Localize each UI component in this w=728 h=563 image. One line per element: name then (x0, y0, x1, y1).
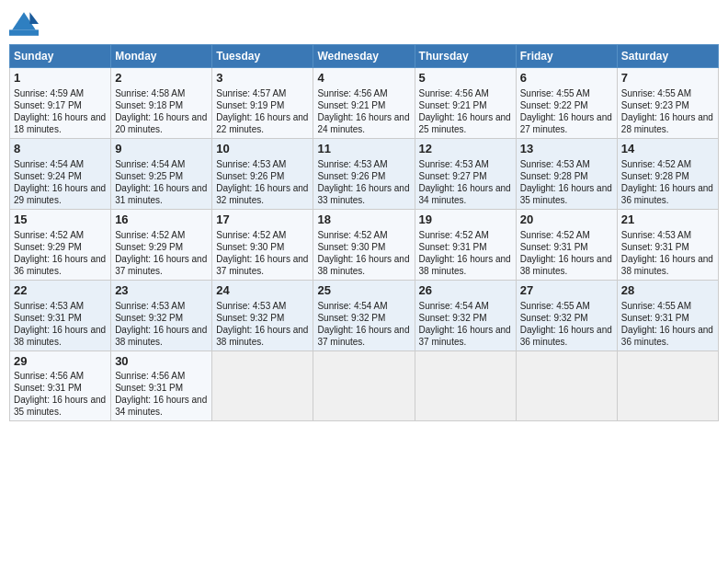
sunset-label: Sunset: 9:28 PM (520, 171, 588, 181)
sunset-label: Sunset: 9:17 PM (14, 100, 82, 110)
daylight-label: Daylight: 16 hours and 32 minutes. (216, 183, 308, 205)
day-number: 6 (520, 71, 613, 86)
sunrise-label: Sunrise: 4:56 AM (115, 371, 185, 381)
sunrise-label: Sunrise: 4:55 AM (520, 88, 590, 98)
daylight-label: Daylight: 16 hours and 27 minutes. (520, 112, 612, 134)
sunset-label: Sunset: 9:26 PM (216, 171, 284, 181)
daylight-label: Daylight: 16 hours and 29 minutes. (14, 183, 106, 205)
day-cell: 28Sunrise: 4:55 AMSunset: 9:31 PMDayligh… (617, 280, 718, 350)
daylight-label: Daylight: 16 hours and 38 minutes. (115, 325, 207, 347)
day-cell: 4Sunrise: 4:56 AMSunset: 9:21 PMDaylight… (313, 68, 415, 139)
sunset-label: Sunset: 9:31 PM (115, 383, 183, 393)
day-cell: 22Sunrise: 4:53 AMSunset: 9:31 PMDayligh… (10, 280, 111, 350)
header (9, 9, 719, 39)
day-cell: 10Sunrise: 4:53 AMSunset: 9:26 PMDayligh… (212, 138, 313, 209)
daylight-label: Daylight: 16 hours and 38 minutes. (317, 254, 409, 276)
daylight-label: Daylight: 16 hours and 36 minutes. (621, 325, 713, 347)
sunset-label: Sunset: 9:30 PM (317, 242, 385, 252)
sunrise-label: Sunrise: 4:58 AM (115, 88, 185, 98)
sunrise-label: Sunrise: 4:52 AM (14, 230, 84, 240)
day-cell: 3Sunrise: 4:57 AMSunset: 9:19 PMDaylight… (212, 68, 313, 139)
sunrise-label: Sunrise: 4:52 AM (520, 230, 590, 240)
calendar-table: SundayMondayTuesdayWednesdayThursdayFrid… (9, 44, 719, 421)
day-cell (212, 350, 313, 421)
sunset-label: Sunset: 9:28 PM (621, 171, 689, 181)
day-cell: 16Sunrise: 4:52 AMSunset: 9:29 PMDayligh… (111, 209, 212, 280)
day-number: 22 (14, 283, 107, 299)
header-cell-tuesday: Tuesday (212, 45, 313, 68)
sunset-label: Sunset: 9:31 PM (621, 242, 689, 252)
day-cell (617, 350, 718, 421)
sunrise-label: Sunrise: 4:53 AM (520, 159, 590, 169)
sunset-label: Sunset: 9:21 PM (419, 100, 487, 110)
sunset-label: Sunset: 9:32 PM (520, 313, 588, 323)
day-number: 1 (14, 71, 107, 86)
daylight-label: Daylight: 16 hours and 38 minutes. (419, 254, 511, 276)
day-cell: 1Sunrise: 4:59 AMSunset: 9:17 PMDaylight… (10, 68, 111, 139)
logo (9, 9, 42, 39)
sunrise-label: Sunrise: 4:57 AM (216, 88, 286, 98)
week-row-3: 15Sunrise: 4:52 AMSunset: 9:29 PMDayligh… (10, 209, 719, 280)
sunset-label: Sunset: 9:25 PM (115, 171, 183, 181)
sunrise-label: Sunrise: 4:52 AM (115, 230, 185, 240)
daylight-label: Daylight: 16 hours and 38 minutes. (520, 254, 612, 276)
daylight-label: Daylight: 16 hours and 31 minutes. (115, 183, 207, 205)
day-number: 18 (317, 213, 410, 228)
week-row-1: 1Sunrise: 4:59 AMSunset: 9:17 PMDaylight… (10, 68, 719, 139)
day-number: 26 (419, 283, 512, 299)
day-number: 28 (621, 283, 714, 299)
day-cell: 25Sunrise: 4:54 AMSunset: 9:32 PMDayligh… (313, 280, 415, 350)
sunset-label: Sunset: 9:31 PM (14, 383, 82, 393)
day-cell: 24Sunrise: 4:53 AMSunset: 9:32 PMDayligh… (212, 280, 313, 350)
daylight-label: Daylight: 16 hours and 38 minutes. (216, 325, 308, 347)
day-cell: 8Sunrise: 4:54 AMSunset: 9:24 PMDaylight… (10, 138, 111, 209)
daylight-label: Daylight: 16 hours and 35 minutes. (520, 183, 612, 205)
daylight-label: Daylight: 16 hours and 20 minutes. (115, 112, 207, 134)
week-row-5: 29Sunrise: 4:56 AMSunset: 9:31 PMDayligh… (10, 350, 719, 421)
sunrise-label: Sunrise: 4:55 AM (621, 301, 691, 311)
daylight-label: Daylight: 16 hours and 37 minutes. (115, 254, 207, 276)
day-cell: 19Sunrise: 4:52 AMSunset: 9:31 PMDayligh… (415, 209, 516, 280)
daylight-label: Daylight: 16 hours and 36 minutes. (520, 325, 612, 347)
sunrise-label: Sunrise: 4:56 AM (419, 88, 489, 98)
daylight-label: Daylight: 16 hours and 37 minutes. (419, 325, 511, 347)
sunset-label: Sunset: 9:30 PM (216, 242, 284, 252)
day-cell: 5Sunrise: 4:56 AMSunset: 9:21 PMDaylight… (415, 68, 516, 139)
header-cell-saturday: Saturday (617, 45, 718, 68)
day-cell: 18Sunrise: 4:52 AMSunset: 9:30 PMDayligh… (313, 209, 415, 280)
sunrise-label: Sunrise: 4:53 AM (419, 159, 489, 169)
daylight-label: Daylight: 16 hours and 35 minutes. (14, 395, 106, 417)
day-number: 14 (621, 142, 714, 157)
day-number: 30 (115, 354, 208, 370)
day-cell: 21Sunrise: 4:53 AMSunset: 9:31 PMDayligh… (617, 209, 718, 280)
day-number: 13 (520, 142, 613, 157)
day-cell: 15Sunrise: 4:52 AMSunset: 9:29 PMDayligh… (10, 209, 111, 280)
header-cell-sunday: Sunday (10, 45, 111, 68)
day-number: 23 (115, 283, 208, 299)
sunrise-label: Sunrise: 4:54 AM (115, 159, 185, 169)
day-cell: 27Sunrise: 4:55 AMSunset: 9:32 PMDayligh… (516, 280, 617, 350)
sunset-label: Sunset: 9:32 PM (115, 313, 183, 323)
day-number: 15 (14, 213, 107, 228)
sunrise-label: Sunrise: 4:53 AM (317, 159, 387, 169)
page: SundayMondayTuesdayWednesdayThursdayFrid… (0, 0, 728, 563)
header-cell-monday: Monday (111, 45, 212, 68)
daylight-label: Daylight: 16 hours and 38 minutes. (621, 254, 713, 276)
daylight-label: Daylight: 16 hours and 36 minutes. (621, 183, 713, 205)
day-cell: 14Sunrise: 4:52 AMSunset: 9:28 PMDayligh… (617, 138, 718, 209)
day-cell: 9Sunrise: 4:54 AMSunset: 9:25 PMDaylight… (111, 138, 212, 209)
sunrise-label: Sunrise: 4:53 AM (216, 301, 286, 311)
sunset-label: Sunset: 9:31 PM (14, 313, 82, 323)
svg-rect-3 (9, 29, 39, 35)
header-cell-thursday: Thursday (415, 45, 516, 68)
day-number: 4 (317, 71, 410, 86)
day-cell: 17Sunrise: 4:52 AMSunset: 9:30 PMDayligh… (212, 209, 313, 280)
day-number: 8 (14, 142, 107, 157)
day-cell: 30Sunrise: 4:56 AMSunset: 9:31 PMDayligh… (111, 350, 212, 421)
header-row: SundayMondayTuesdayWednesdayThursdayFrid… (10, 45, 719, 68)
day-cell: 2Sunrise: 4:58 AMSunset: 9:18 PMDaylight… (111, 68, 212, 139)
sunset-label: Sunset: 9:23 PM (621, 100, 689, 110)
day-number: 9 (115, 142, 208, 157)
day-cell: 29Sunrise: 4:56 AMSunset: 9:31 PMDayligh… (10, 350, 111, 421)
day-number: 21 (621, 213, 714, 228)
